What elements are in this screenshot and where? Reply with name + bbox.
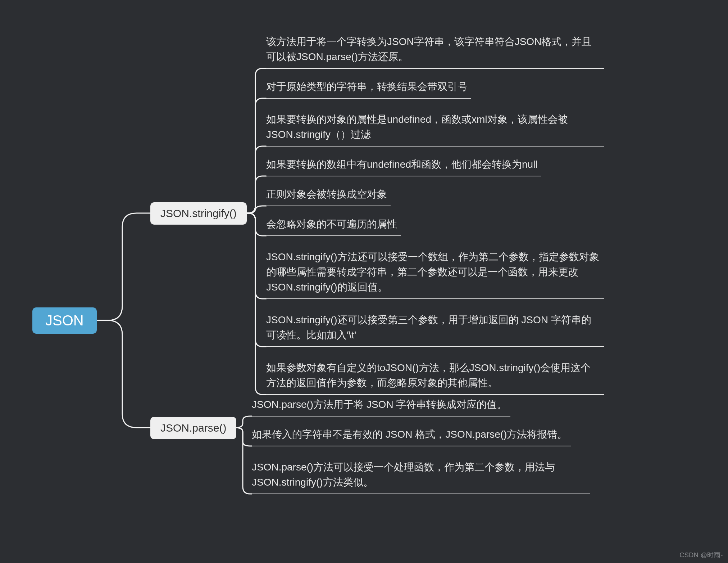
leaf-stringify-8: 如果参数对象有自定义的toJSON()方法，那么JSON.stringify()… xyxy=(266,360,604,395)
leaf-stringify-5: 会忽略对象的不可遍历的属性 xyxy=(266,217,401,236)
leaf-stringify-7: JSON.stringify()还可以接受第三个参数，用于增加返回的 JSON … xyxy=(266,312,604,347)
leaf-stringify-1: 对于原始类型的字符串，转换结果会带双引号 xyxy=(266,79,471,99)
watermark: CSDN @时雨- xyxy=(679,551,723,559)
leaf-stringify-6: JSON.stringify()方法还可以接受一个数组，作为第二个参数，指定参数… xyxy=(266,249,604,299)
method-node-parse: JSON.parse() xyxy=(150,417,236,439)
leaf-parse-0: JSON.parse()方法用于将 JSON 字符串转换成对应的值。 xyxy=(252,397,510,416)
leaf-stringify-2: 如果要转换的对象的属性是undefined，函数或xml对象，该属性会被JSON… xyxy=(266,112,604,147)
leaf-parse-2: JSON.parse()方法可以接受一个处理函数，作为第二个参数，用法与JSON… xyxy=(252,460,590,494)
leaf-stringify-3: 如果要转换的数组中有undefined和函数，他们都会转换为null xyxy=(266,157,541,176)
method-node-stringify: JSON.stringify() xyxy=(150,202,247,225)
leaf-stringify-4: 正则对象会被转换成空对象 xyxy=(266,187,391,206)
leaf-stringify-0: 该方法用于将一个字转换为JSON字符串，该字符串符合JSON格式，并且可以被JS… xyxy=(266,34,604,69)
leaf-parse-1: 如果传入的字符串不是有效的 JSON 格式，JSON.parse()方法将报错。 xyxy=(252,427,571,446)
root-node-json: JSON xyxy=(32,307,97,334)
